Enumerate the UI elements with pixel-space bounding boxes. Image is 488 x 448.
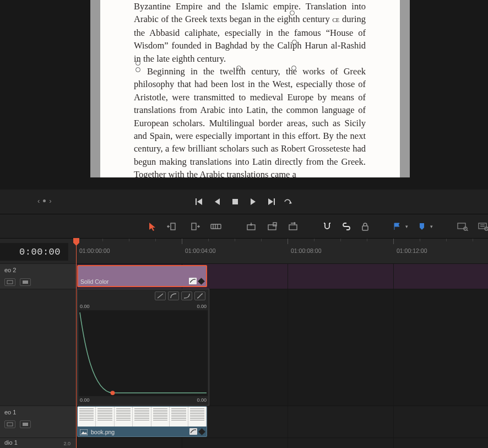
stop-button[interactable] bbox=[230, 197, 240, 207]
svg-marker-2 bbox=[215, 198, 220, 205]
overwrite-clip-icon[interactable] bbox=[267, 220, 278, 233]
curve-graph[interactable] bbox=[79, 310, 208, 396]
svg-marker-8 bbox=[149, 223, 155, 231]
snap-icon[interactable] bbox=[323, 220, 332, 233]
page-text: Beginning in the twelfth century, the wo… bbox=[134, 66, 366, 177]
ease-linear-icon[interactable] bbox=[155, 292, 166, 300]
svg-rect-11 bbox=[211, 224, 221, 229]
keyframe-marker-icon[interactable] bbox=[292, 40, 297, 45]
transport-bar: ‹ › bbox=[0, 190, 488, 214]
zoom-detail-icon[interactable] bbox=[478, 220, 488, 233]
playhead[interactable] bbox=[76, 238, 77, 448]
link-icon[interactable] bbox=[341, 220, 351, 233]
svg-marker-5 bbox=[268, 198, 273, 205]
track-toggle-icon[interactable] bbox=[20, 420, 31, 428]
jump-start-button[interactable] bbox=[195, 197, 205, 207]
clip-book[interactable]: book.png bbox=[77, 406, 207, 437]
keyframe-marker-icon[interactable] bbox=[135, 61, 140, 66]
keyframe-marker-icon[interactable] bbox=[135, 67, 140, 72]
tick-label: 01:00:08:00 bbox=[291, 247, 321, 254]
curve-icon[interactable] bbox=[189, 278, 197, 284]
track-toggle-icon[interactable] bbox=[20, 278, 31, 286]
svg-rect-6 bbox=[274, 198, 275, 205]
svg-rect-3 bbox=[232, 199, 238, 204]
curve-keyframe-point[interactable] bbox=[111, 391, 115, 395]
jump-end-button[interactable] bbox=[265, 197, 275, 207]
svg-rect-19 bbox=[362, 226, 368, 230]
svg-rect-9 bbox=[171, 223, 175, 230]
curve-header-spacer bbox=[0, 289, 76, 406]
svg-rect-18 bbox=[289, 225, 297, 230]
svg-marker-1 bbox=[197, 198, 202, 205]
ease-out-icon[interactable] bbox=[181, 292, 192, 300]
image-icon bbox=[80, 429, 88, 435]
curve-value: 0.00 bbox=[197, 397, 207, 403]
tick-label: 01:00:04:00 bbox=[185, 247, 215, 254]
track-header-video1[interactable]: eo 1 bbox=[0, 406, 76, 438]
keyframe-marker-icon[interactable] bbox=[290, 10, 295, 15]
ruler-ticks: 01:00:00:00 01:00:04:00 01:00:08:00 01:0… bbox=[76, 239, 488, 264]
edit-toolbar: ▾ ▾ bbox=[0, 214, 488, 238]
razor-tool-icon[interactable] bbox=[210, 220, 221, 233]
clip-label: book.png bbox=[91, 429, 115, 435]
curve-value: 0.00 bbox=[80, 304, 90, 309]
clip-label: Solid Color bbox=[80, 278, 109, 285]
play-button[interactable] bbox=[248, 197, 258, 207]
svg-rect-31 bbox=[23, 423, 28, 426]
chevron-right-icon[interactable]: › bbox=[49, 197, 51, 204]
lock-icon[interactable] bbox=[361, 220, 369, 233]
clip-thumbnails bbox=[78, 407, 207, 427]
chevron-left-icon[interactable]: ‹ bbox=[37, 197, 40, 204]
trim-end-icon[interactable] bbox=[188, 220, 200, 233]
keyframe-diamond-icon[interactable] bbox=[198, 278, 205, 285]
track-name: eo 2 bbox=[0, 264, 76, 276]
tick-label: 01:00:00:00 bbox=[79, 247, 110, 254]
flag-marker-icon[interactable] bbox=[393, 220, 401, 233]
current-timecode[interactable]: 0:00:00 bbox=[0, 243, 68, 261]
svg-line-34 bbox=[158, 294, 163, 298]
loop-button[interactable] bbox=[283, 197, 293, 207]
viewer-nav[interactable]: ‹ › bbox=[37, 197, 52, 204]
selection-tool-icon[interactable] bbox=[149, 220, 156, 233]
zoom-fit-icon[interactable] bbox=[457, 220, 468, 233]
era-ce: ce bbox=[332, 15, 339, 24]
page-text: Byzantine Empire and the Islamic empire.… bbox=[134, 1, 366, 24]
curve-value: 0.00 bbox=[197, 304, 207, 309]
svg-marker-33 bbox=[81, 431, 87, 434]
track-header-audio1[interactable]: dio 1 2.0 bbox=[0, 438, 76, 448]
svg-rect-0 bbox=[196, 198, 197, 205]
curve-icon[interactable] bbox=[189, 428, 197, 435]
svg-rect-28 bbox=[7, 280, 13, 284]
timeline-ruler[interactable]: 0:00:00 01:00:00:00 01:00:04:00 01:00:08… bbox=[0, 238, 488, 263]
tick-label: 01:00:12:00 bbox=[397, 247, 427, 254]
chevron-down-icon[interactable]: ▾ bbox=[430, 224, 433, 229]
svg-rect-10 bbox=[192, 223, 196, 230]
viewer-panel: Byzantine Empire and the Islamic empire.… bbox=[0, 0, 488, 177]
track-header-video2[interactable]: eo 2 bbox=[0, 263, 76, 292]
curve-editor-panel[interactable]: 0.00 0.00 0.00 0.00 bbox=[77, 289, 209, 406]
ease-custom-icon[interactable] bbox=[194, 292, 205, 300]
track-volume: 2.0 bbox=[63, 441, 71, 446]
ease-in-icon[interactable] bbox=[168, 292, 179, 300]
svg-line-22 bbox=[467, 230, 468, 231]
insert-clip-icon[interactable] bbox=[246, 220, 257, 233]
track-lane-audio1[interactable] bbox=[76, 438, 488, 448]
svg-marker-4 bbox=[251, 198, 256, 205]
track-lane-video1[interactable]: book.png bbox=[76, 406, 488, 438]
track-name: eo 1 bbox=[0, 406, 76, 418]
auto-select-icon[interactable] bbox=[4, 278, 15, 286]
replace-clip-icon[interactable] bbox=[288, 220, 299, 233]
marker-icon[interactable] bbox=[418, 220, 426, 233]
keyframe-diamond-icon[interactable] bbox=[198, 428, 205, 435]
keyframe-marker-icon[interactable] bbox=[236, 66, 241, 71]
chevron-down-icon[interactable]: ▾ bbox=[405, 224, 408, 229]
clip-solid-color[interactable]: Solid Color bbox=[77, 265, 207, 287]
dot-icon bbox=[43, 199, 46, 202]
play-reverse-button[interactable] bbox=[213, 197, 223, 207]
keyframe-marker-icon[interactable] bbox=[291, 66, 296, 71]
timecode-value: 0:00:00 bbox=[19, 247, 61, 257]
trim-start-icon[interactable] bbox=[166, 220, 178, 233]
auto-select-icon[interactable] bbox=[4, 420, 15, 428]
svg-rect-30 bbox=[7, 423, 13, 426]
track-lane-video2[interactable]: Solid Color bbox=[76, 263, 488, 289]
